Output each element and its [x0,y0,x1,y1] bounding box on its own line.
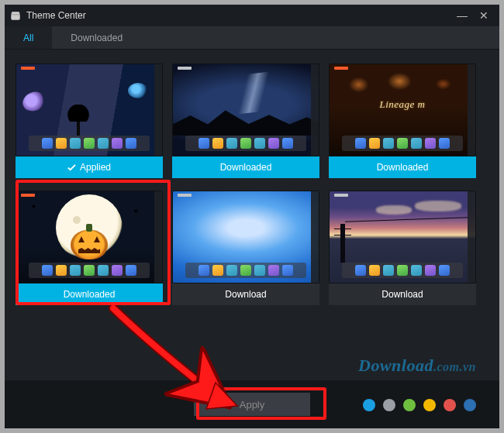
tab-downloaded[interactable]: Downloaded [52,26,141,49]
theme-status-label: Download [329,284,476,305]
palette-dot [464,399,476,411]
theme-card-mountain[interactable]: Downloaded [172,64,319,178]
theme-status-label: Download [172,284,319,305]
palette-dot [423,399,436,411]
store-icon [9,9,22,22]
palette-dot [403,399,416,411]
minimize-button[interactable]: — [451,5,473,26]
window-title: Theme Center [26,10,86,21]
theme-status-label: Applied [16,156,163,178]
titlebar: Theme Center — ✕ [5,5,499,26]
theme-status-label: Downloaded [329,156,476,178]
theme-thumbnail [329,191,476,284]
theme-thumbnail: Lineage m [329,64,476,156]
lineage-logo-text: Lineage m [379,98,425,111]
theme-status-label: Downloaded [16,284,163,305]
theme-card-galaxy[interactable]: Applied [16,64,163,178]
tab-all[interactable]: All [5,26,52,49]
theme-thumbnail [172,64,319,156]
theme-thumbnail: ✦ ✦ [16,191,163,284]
theme-thumbnail [172,191,319,284]
apply-button[interactable]: Apply [194,393,310,416]
theme-grid: Applied Downloaded Lineage m [5,50,499,359]
check-icon [67,163,76,172]
palette-dots [363,399,476,411]
theme-center-window: Theme Center — ✕ All Downloaded Applied [5,5,499,428]
close-button[interactable]: ✕ [473,5,495,26]
tabs: All Downloaded [5,26,499,50]
theme-card-blue[interactable]: Download [172,191,319,305]
palette-dot [363,399,375,411]
theme-card-pumpkin[interactable]: ✦ ✦ Downloaded [16,191,163,305]
theme-status-label: Downloaded [172,156,319,178]
palette-dot [444,399,456,411]
theme-card-lineage[interactable]: Lineage m Downloaded [329,64,476,178]
palette-dot [383,399,395,411]
theme-thumbnail [16,64,163,156]
theme-card-sunset[interactable]: Download [329,191,476,305]
